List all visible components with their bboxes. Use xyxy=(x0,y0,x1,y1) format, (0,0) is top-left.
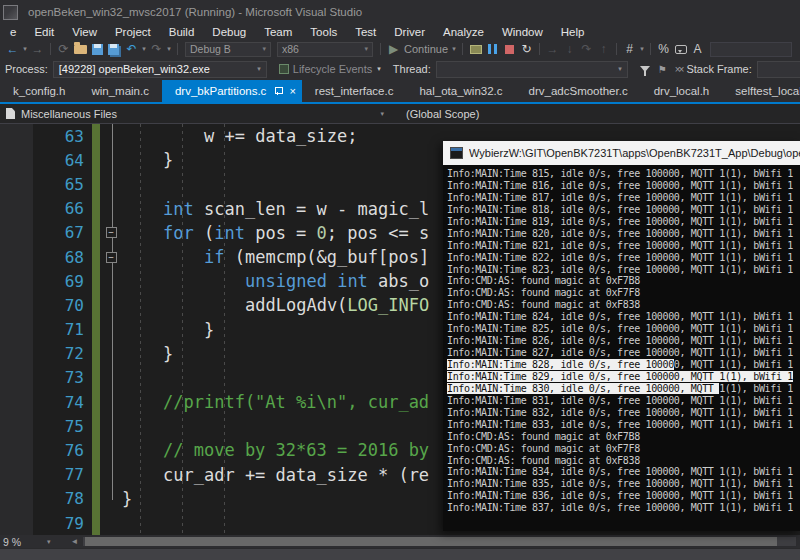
outlining-margin[interactable] xyxy=(100,366,122,390)
menu-item-e[interactable]: e xyxy=(1,24,25,40)
tab-drv-local-h[interactable]: drv_local.h xyxy=(641,80,723,102)
toolbar-search-field[interactable] xyxy=(710,42,792,57)
breakpoint-margin[interactable] xyxy=(0,414,33,438)
continue-button-label[interactable]: Continue xyxy=(404,43,448,55)
breakpoint-margin[interactable] xyxy=(0,293,33,317)
comment-bubble-icon[interactable] xyxy=(672,41,689,57)
outlining-margin[interactable] xyxy=(100,487,122,511)
menu-item-test[interactable]: Test xyxy=(346,24,385,40)
menu-item-analyze[interactable]: Analyze xyxy=(434,24,493,40)
outlining-margin[interactable] xyxy=(100,414,122,438)
hex-display-icon[interactable]: # xyxy=(621,41,638,57)
chevron-down-icon[interactable]: ▾ xyxy=(165,45,173,53)
scroll-left-arrow-icon[interactable]: ◄ xyxy=(71,537,79,546)
outlining-margin[interactable] xyxy=(100,390,122,414)
console-output[interactable]: Info:MAIN:Time 815, idle 0/s, free 10000… xyxy=(443,165,800,531)
lifecycle-events-label[interactable]: Lifecycle Events xyxy=(293,63,372,75)
project-scope-combo[interactable]: Miscellaneous Files ▾ xyxy=(0,104,400,123)
breakpoint-margin[interactable] xyxy=(0,245,33,269)
platform-combo[interactable]: x86▾ xyxy=(277,42,373,57)
save-icon[interactable] xyxy=(89,41,106,57)
menu-item-tools[interactable]: Tools xyxy=(301,24,346,40)
filter-funnel-icon[interactable] xyxy=(640,66,650,72)
fold-collapse-icon[interactable]: − xyxy=(106,227,117,238)
save-all-icon[interactable] xyxy=(106,41,123,57)
nav-back-icon[interactable]: ← xyxy=(4,41,21,57)
titlebar[interactable]: openBeken_win32_mvsc2017 (Running) - Mic… xyxy=(0,0,800,24)
outlining-margin[interactable] xyxy=(100,269,122,293)
outlining-margin[interactable] xyxy=(100,172,122,196)
redo-icon[interactable]: ↷ xyxy=(148,41,165,57)
menu-item-project[interactable]: Project xyxy=(106,24,160,40)
outlining-margin[interactable] xyxy=(100,318,122,342)
menu-item-debug[interactable]: Debug xyxy=(203,24,255,40)
horizontal-scrollbar-track[interactable] xyxy=(83,537,796,546)
breakpoint-margin[interactable] xyxy=(0,172,33,196)
chevron-down-icon[interactable]: ▾ xyxy=(638,45,646,53)
outlining-margin[interactable] xyxy=(100,124,122,148)
breakpoint-margin[interactable] xyxy=(0,438,33,462)
breakpoint-margin[interactable] xyxy=(0,511,33,535)
menu-item-build[interactable]: Build xyxy=(160,24,204,40)
flag-threads-icon[interactable]: ⚑ xyxy=(658,64,667,75)
menu-item-view[interactable]: View xyxy=(63,24,106,40)
breakpoint-margin[interactable] xyxy=(0,463,33,487)
breakpoint-margin[interactable] xyxy=(0,342,33,366)
tab-hal-ota-win32-c[interactable]: hal_ota_win32.c xyxy=(406,80,515,102)
menu-item-help[interactable]: Help xyxy=(552,24,594,40)
outlining-margin[interactable]: − xyxy=(100,245,122,269)
breakpoint-margin[interactable] xyxy=(0,221,33,245)
outlining-margin[interactable] xyxy=(100,342,122,366)
parallel-watch-icon[interactable]: % xyxy=(655,41,672,57)
menu-item-team[interactable]: Team xyxy=(255,24,301,40)
solution-config-combo[interactable]: Debug B▾ xyxy=(185,42,271,57)
outlining-margin[interactable] xyxy=(100,463,122,487)
undo-icon[interactable]: ↶ xyxy=(123,41,140,57)
menu-item-window[interactable]: Window xyxy=(493,24,552,40)
attach-icon[interactable] xyxy=(467,41,484,57)
outlining-margin[interactable] xyxy=(100,438,122,462)
breakpoint-margin[interactable] xyxy=(0,390,33,414)
step-into-icon[interactable]: ↓ xyxy=(561,41,578,57)
breakpoint-margin[interactable] xyxy=(0,148,33,172)
chevron-down-icon[interactable]: ▾ xyxy=(140,45,148,53)
tab-drv-bkpartitions-c[interactable]: drv_bkPartitions.c× xyxy=(162,80,302,102)
menu-item-driver[interactable]: Driver xyxy=(385,24,434,40)
outlining-margin[interactable] xyxy=(100,511,122,535)
breakpoint-margin[interactable] xyxy=(0,318,33,342)
tab-k-config-h[interactable]: k_config.h xyxy=(0,80,78,102)
fold-collapse-icon[interactable]: − xyxy=(106,252,117,263)
outlining-margin[interactable] xyxy=(100,293,122,317)
menu-item-edit[interactable]: Edit xyxy=(25,24,63,40)
console-window[interactable]: WybierzW:\GIT\OpenBK7231T\apps\OpenBK723… xyxy=(443,141,800,531)
nav-forward-icon[interactable]: → xyxy=(29,41,46,57)
horizontal-scrollbar-thumb[interactable] xyxy=(85,537,777,546)
breakpoint-margin[interactable] xyxy=(0,124,33,148)
sync-icon[interactable]: ⟳ xyxy=(55,41,72,57)
breakpoint-margin[interactable] xyxy=(0,366,33,390)
outlining-margin[interactable] xyxy=(100,197,122,221)
outlining-margin[interactable]: − xyxy=(100,221,122,245)
outlining-margin[interactable] xyxy=(100,148,122,172)
break-all-icon[interactable] xyxy=(484,41,501,57)
step-out-icon[interactable]: ↑ xyxy=(595,41,612,57)
tab-win-main-c[interactable]: win_main.c xyxy=(78,80,162,102)
pin-icon[interactable] xyxy=(274,87,282,95)
global-scope-combo[interactable]: (Global Scope) xyxy=(400,104,800,123)
thread-combo[interactable]: ▾ xyxy=(436,61,628,78)
process-combo[interactable]: [49228] openBeken_win32.exe ▾ xyxy=(53,61,267,78)
stop-debugging-icon[interactable] xyxy=(501,41,518,57)
console-titlebar[interactable]: WybierzW:\GIT\OpenBK7231T\apps\OpenBK723… xyxy=(443,141,800,165)
breakpoint-margin[interactable] xyxy=(0,269,33,293)
tab-selftest-local-h[interactable]: selftest_local.h xyxy=(722,80,800,102)
suspend-threads-icon[interactable]: ×× xyxy=(675,64,683,75)
close-icon[interactable]: × xyxy=(289,86,295,96)
restart-icon[interactable]: ↻ xyxy=(518,41,535,57)
breakpoint-margin[interactable] xyxy=(0,197,33,221)
editor-zoom-combo[interactable]: 9 % ▾ xyxy=(0,535,57,548)
step-over-icon[interactable]: ↷ xyxy=(578,41,595,57)
tab-drv-adcsmoother-c[interactable]: drv_adcSmoother.c xyxy=(516,80,641,102)
continue-play-icon[interactable]: ▶ xyxy=(385,41,402,57)
show-next-statement-icon[interactable]: → xyxy=(544,41,561,57)
chevron-down-icon[interactable]: ▾ xyxy=(450,45,458,53)
